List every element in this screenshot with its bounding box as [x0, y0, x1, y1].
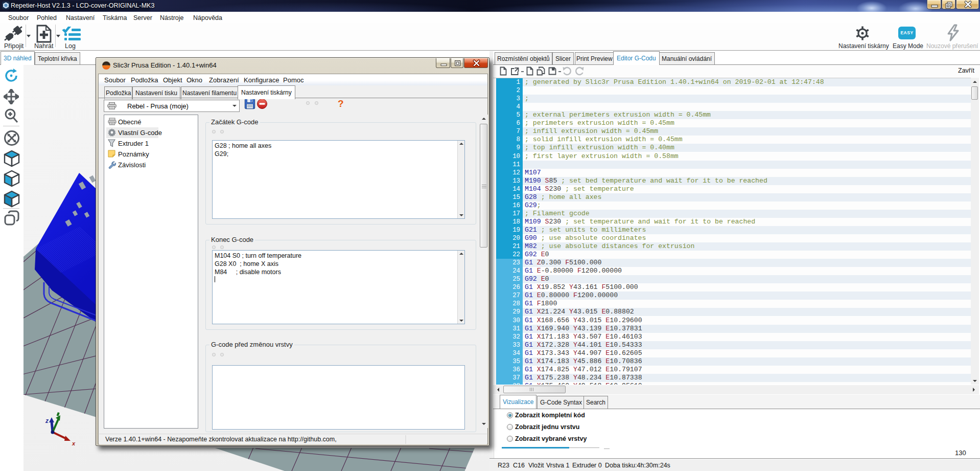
- svg-text:z: z: [45, 417, 49, 424]
- svg-text:x: x: [72, 440, 76, 446]
